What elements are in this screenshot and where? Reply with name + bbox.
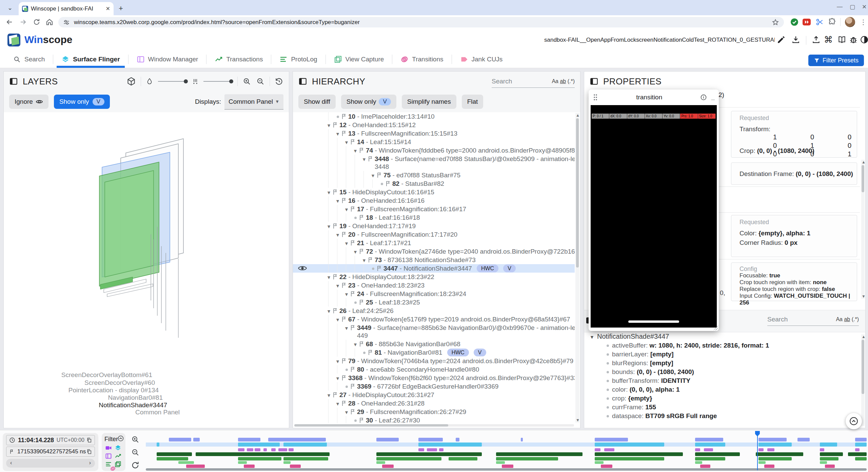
- layer-label[interactable]: ScreenDecorOverlayBottom#61: [4, 371, 152, 379]
- tree-row[interactable]: 3369 - 67726bf EdgeBackGestureHandler0#3…: [293, 382, 575, 391]
- visibility-eye-icon[interactable]: [298, 265, 307, 272]
- transitions-row-segment[interactable]: [758, 461, 766, 464]
- timeline-cursor-handle[interactable]: [755, 431, 760, 436]
- surfaceflinger-row-segment[interactable]: [238, 442, 280, 447]
- timeline-zoom-reset-icon[interactable]: [131, 461, 140, 470]
- displays-select[interactable]: Common Panel ▼: [224, 94, 283, 110]
- protolog-row-segment[interactable]: [196, 452, 330, 456]
- rotation-slider[interactable]: [158, 81, 187, 82]
- properties-tree-scrollbar[interactable]: ▲: [861, 334, 865, 426]
- profile-avatar[interactable]: [845, 17, 855, 27]
- windowmanager-row-segment[interactable]: [271, 448, 276, 451]
- show-diff-button[interactable]: Show diff: [298, 95, 336, 109]
- windowmanager-row-segment[interactable]: [595, 448, 600, 451]
- windowmanager-row-segment[interactable]: [604, 448, 614, 451]
- collapse-filter-icon[interactable]: [117, 435, 124, 442]
- zoom-in-icon[interactable]: [242, 77, 251, 86]
- nav-tab-view-capture[interactable]: View Capture: [326, 51, 392, 68]
- windowmanager-row-segment[interactable]: [263, 448, 267, 451]
- edit-pencil-icon[interactable]: [777, 35, 786, 44]
- tree-row[interactable]: ▼13 - FullscreenMagnification:15:15#13: [293, 129, 575, 138]
- tree-row[interactable]: ▼3368 - WindowToken{f6b2f60 type=2024 an…: [293, 374, 575, 382]
- tree-row[interactable]: 80 - ace6abb SecondaryHomeHandle0#80: [293, 365, 575, 374]
- nav-tab-transitions[interactable]: Transitions: [392, 51, 451, 68]
- viewcapture-row-segment[interactable]: [758, 457, 792, 460]
- info-icon[interactable]: [700, 94, 707, 101]
- tune-icon[interactable]: [63, 19, 70, 26]
- 3d-view-cube-icon[interactable]: [126, 77, 136, 86]
- download-icon[interactable]: [791, 35, 800, 44]
- scroll-left-icon[interactable]: ‹: [10, 460, 12, 466]
- jank-row-segment[interactable]: [825, 465, 835, 468]
- tree-row[interactable]: ▼19 - OneHanded:17:17#19: [293, 222, 575, 230]
- tree-row[interactable]: ▼16 - OneHanded:16:16#16: [293, 196, 575, 205]
- layer-label[interactable]: NavigationBar0#81: [4, 394, 163, 401]
- zoom-out-icon[interactable]: [256, 77, 265, 86]
- windowmanager-row-segment[interactable]: [439, 448, 443, 451]
- property-item[interactable]: bufferTransform: IDENTITY: [590, 376, 859, 385]
- tree-row[interactable]: ▼17 - FullscreenMagnification:16:16#17: [293, 205, 575, 213]
- transitions-row-segment[interactable]: [595, 461, 604, 464]
- browser-menu-icon[interactable]: ⋮: [860, 18, 867, 26]
- tree-row[interactable]: ▼12 - OneHanded:15:15#12: [293, 121, 575, 129]
- match-options[interactable]: Aa ab (.*): [552, 78, 575, 84]
- property-item[interactable]: color: (0, 0, 0), alpha: 1: [590, 385, 859, 394]
- nav-tab-jank-cujs[interactable]: Jank CUJs: [452, 51, 511, 68]
- viewcapture-row-segment[interactable]: [283, 457, 328, 460]
- windowmanager-row-segment[interactable]: [427, 448, 437, 451]
- back-icon[interactable]: [5, 18, 14, 26]
- tree-row[interactable]: 82 - StatusBar#82: [293, 179, 575, 188]
- protolog-row-segment[interactable]: [756, 452, 803, 456]
- viewcapture-row-segment[interactable]: [855, 457, 867, 460]
- shortcuts-command-icon[interactable]: ⌘: [824, 35, 833, 45]
- scroll-right-icon[interactable]: ›: [89, 460, 91, 466]
- transactions-row-segment[interactable]: [268, 438, 326, 441]
- windowmanager-row-segment[interactable]: [278, 448, 287, 451]
- collapse-timeline-fab[interactable]: [846, 413, 862, 429]
- transactions-row-segment[interactable]: [376, 438, 399, 441]
- windowmanager-row-segment[interactable]: [704, 448, 713, 451]
- tree-row[interactable]: ▼74 - WindowToken{fdddbe6 type=2000 andr…: [293, 146, 575, 155]
- window-close-icon[interactable]: ✕: [862, 3, 867, 11]
- transitions-row-segment[interactable]: [238, 461, 247, 464]
- tree-row[interactable]: ▼27 - HideDisplayCutout:26:31#27: [293, 391, 575, 399]
- hierarchy-vertical-scrollbar[interactable]: ▲ ▼: [575, 113, 579, 422]
- browser-tab[interactable]: Winscope | sandbox-FAI ✕: [19, 2, 114, 15]
- viewcapture-row-segment[interactable]: [595, 457, 664, 460]
- transitions-row-segment[interactable]: [376, 461, 385, 464]
- simplify-names-button[interactable]: Simplify names: [402, 95, 456, 109]
- property-item[interactable]: bounds: (0, 0) - (1080, 2400): [590, 368, 859, 376]
- property-item[interactable]: activeBuffer: w: 1080, h: 2400, stride: …: [590, 341, 859, 350]
- tree-row[interactable]: ▼21 - Leaf:17:17#21: [293, 239, 575, 247]
- tab-close-icon[interactable]: ✕: [106, 5, 110, 12]
- transitions-row-segment[interactable]: [820, 461, 827, 464]
- resize-handle[interactable]: [713, 326, 718, 330]
- tree-row[interactable]: ▼72 - WindowToken{a2746de type=2040 andr…: [293, 247, 575, 256]
- home-icon[interactable]: [45, 18, 54, 26]
- transactions-chart-icon[interactable]: [115, 453, 121, 459]
- viewcapture-row-segment[interactable]: [376, 457, 441, 460]
- tree-row[interactable]: ▼3449 - Surface(name=885b63e NavigationB…: [293, 323, 575, 340]
- tree-row[interactable]: 25 - Leaf:18:23#25: [293, 298, 575, 307]
- transactions-row-segment[interactable]: [758, 438, 787, 441]
- surfaceflinger-row-segment[interactable]: [595, 442, 664, 447]
- tree-row[interactable]: ▼14 - Leaf:15:15#14: [293, 138, 575, 146]
- timeline-scroll-pill[interactable]: ‹ ›: [6, 459, 95, 468]
- collapse-panel-icon[interactable]: [9, 77, 18, 86]
- protolog-row-segment[interactable]: [496, 452, 583, 456]
- windowmanager-row-segment[interactable]: [289, 448, 294, 451]
- layer-label[interactable]: PointerLocation - display 0#134: [4, 387, 159, 394]
- layer-label[interactable]: ScreenDecorOverlay#60: [4, 379, 155, 387]
- windowmanager-row-segment[interactable]: [247, 448, 253, 451]
- surfaceflinger-row-segment[interactable]: [855, 442, 867, 447]
- transitions-swirl-icon[interactable]: [110, 466, 116, 472]
- tree-row-selected[interactable]: 3447 - NotificationShade#3447HWCV: [293, 264, 575, 273]
- ignore-button[interactable]: Ignore: [9, 95, 48, 109]
- viewcapture-row-segment[interactable]: [695, 457, 725, 460]
- tree-row[interactable]: ▼15 - HideDisplayCutout:16:16#15: [293, 188, 575, 196]
- transactions-row-segment[interactable]: [418, 438, 443, 441]
- timeline-horizontal-scrollbar[interactable]: [146, 468, 867, 471]
- property-item[interactable]: currFrame: 155: [590, 403, 859, 412]
- transactions-row-segment[interactable]: [855, 438, 867, 441]
- tree-row[interactable]: ▼3448 - Surface(name=ed70f88 StatusBar)/…: [293, 155, 575, 171]
